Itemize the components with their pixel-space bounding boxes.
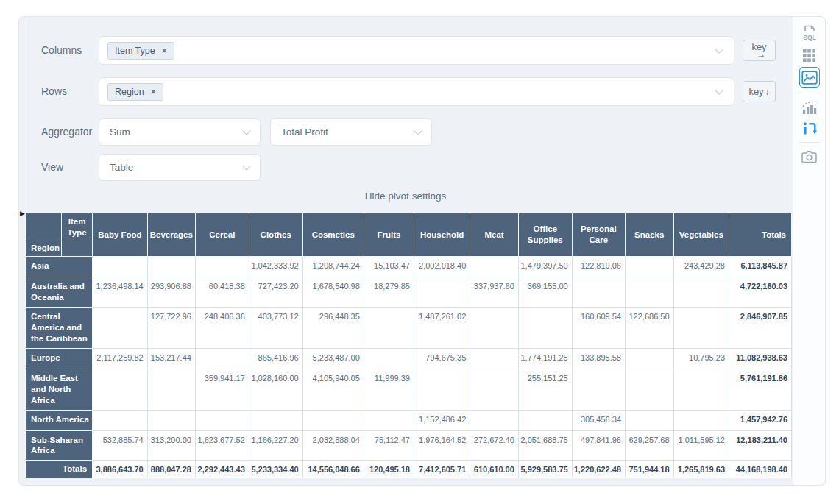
pivot-col-total-cell: 5,233,334.40 [249, 461, 302, 478]
pivot-settings-panel: ▶ Columns Item Type × key → Rows Region … [18, 16, 826, 486]
pivot-value-cell: 4,105,940.05 [302, 369, 364, 410]
remove-tag-icon[interactable]: × [162, 46, 167, 56]
pivot-col-total-cell: 1,220,622.48 [572, 461, 625, 478]
pivot-col-total-cell: 2,292,443.43 [195, 461, 249, 478]
pivot-value-cell [518, 307, 572, 348]
pivot-value-cell: 727,423.20 [249, 277, 302, 308]
pivot-corner-cell [26, 213, 62, 241]
pivot-totals-row-label: Totals [26, 461, 93, 478]
pivot-value-cell: 255,151.25 [518, 369, 572, 410]
pivot-value-cell: 794,675.35 [414, 348, 470, 369]
sql-icon-label: SQL [803, 34, 815, 41]
panel-splitter-gutter[interactable]: ▶ [19, 17, 24, 485]
toolbar-divider [799, 93, 821, 93]
pivot-totals-col-header: Totals [729, 213, 792, 257]
pivot-value-cell: 1,678,540.98 [302, 277, 364, 308]
hide-pivot-settings-link[interactable]: Hide pivot settings [19, 191, 792, 202]
pivot-value-cell: 122,686.50 [625, 307, 673, 348]
pivot-col-header: Snacks [625, 213, 673, 257]
pivot-value-cell: 305,456.34 [572, 410, 625, 430]
pivot-col-total-cell: 5,929,583.75 [518, 461, 572, 478]
rows-sort-key-button[interactable]: key ↓ [743, 81, 776, 102]
pivot-value-cell: 122,819.06 [572, 257, 625, 277]
pivot-value-cell: 11,999.39 [364, 369, 414, 410]
pivot-value-cell: 160,609.54 [572, 307, 625, 348]
chevron-down-icon [242, 127, 250, 135]
row-axis-label: Region [26, 241, 62, 257]
pivot-value-cell [195, 410, 249, 430]
pivot-value-cell: 1,011,595.12 [673, 430, 729, 461]
pivot-value-cell: 2,032,888.04 [302, 430, 364, 461]
pivot-value-cell: 1,236,498.14 [93, 277, 148, 308]
pivot-row: Asia1,042,333.921,208,744.2415,103.472,0… [26, 257, 792, 277]
pivot-row: Sub-Saharan Africa532,885.74313,200.001,… [26, 430, 792, 461]
chevron-down-icon [715, 86, 723, 94]
view-select[interactable]: Table [99, 154, 261, 181]
pivot-value-cell: 1,166,227.20 [249, 430, 302, 461]
columns-label: Columns [41, 44, 82, 56]
pivot-value-cell [625, 257, 673, 277]
columns-tag-item-type[interactable]: Item Type × [107, 42, 174, 60]
pivot-row-label: Asia [26, 257, 93, 277]
pivot-totals-row: Totals3,886,643.70888,047.282,292,443.43… [26, 461, 792, 478]
columns-field[interactable]: Item Type × [99, 36, 734, 65]
pivot-value-cell [364, 348, 414, 369]
pivot-row: North America1,152,486.42305,456.341,457… [26, 410, 792, 430]
pivot-row: Australia and Oceania1,236,498.14293,906… [26, 277, 792, 308]
pivot-icon[interactable] [799, 119, 820, 137]
tag-label: Item Type [115, 46, 155, 56]
pivot-row-total-cell: 1,457,942.76 [729, 410, 792, 430]
pivot-value-cell [147, 369, 195, 410]
pivot-row: Middle East and North Africa359,941.171,… [26, 369, 792, 410]
pivot-value-cell [673, 369, 729, 410]
pivot-value-cell: 2,051,688.75 [518, 430, 572, 461]
pivot-value-cell: 1,208,744.24 [302, 257, 364, 277]
columns-sort-key-button[interactable]: key → [743, 40, 776, 61]
aggregator-field-selected-value: Total Profit [281, 127, 328, 138]
remove-tag-icon[interactable]: × [151, 87, 156, 97]
pivot-row-label: North America [26, 410, 93, 430]
arrow-right-icon: → [757, 51, 766, 59]
pivot-value-cell: 248,406.36 [195, 307, 249, 348]
rows-field[interactable]: Region × [99, 77, 734, 106]
pivot-col-header: Personal Care [572, 213, 625, 257]
pivot-row-label: Middle East and North Africa [26, 369, 93, 410]
pivot-value-cell: 359,941.17 [195, 369, 249, 410]
aggregator-field-select[interactable]: Total Profit [270, 118, 432, 146]
pivot-col-total-cell: 610,610.00 [470, 461, 519, 478]
pivot-col-header: Office Supplies [518, 213, 572, 257]
view-selected-value: Table [110, 162, 133, 173]
pivot-col-total-cell: 120,495.18 [364, 461, 414, 478]
col-axis-label: Item Type [61, 213, 92, 241]
expand-panel-arrow-icon[interactable]: ▶ [20, 210, 25, 217]
toolbar-divider [799, 142, 821, 143]
aggregator-select[interactable]: Sum [99, 118, 261, 146]
rows-tag-region[interactable]: Region × [107, 83, 163, 101]
pivot-value-cell: 1,479,397.50 [518, 257, 572, 277]
pivot-value-cell [673, 307, 729, 348]
pivot-row-label: Australia and Oceania [26, 277, 93, 308]
chart-image-icon[interactable] [799, 67, 820, 88]
sql-editor-icon[interactable]: SQL [799, 23, 820, 43]
data-table-icon[interactable] [799, 46, 820, 64]
pivot-value-cell: 1,487,261.02 [414, 307, 470, 348]
pivot-col-header: Baby Food [93, 213, 148, 257]
pivot-table: Item TypeBaby FoodBeveragesCerealClothes… [25, 213, 792, 478]
pivot-row-total-cell: 12,183,211.40 [729, 430, 792, 461]
bar-chart-icon[interactable] [799, 99, 820, 116]
pivot-col-header: Cosmetics [302, 213, 364, 257]
pivot-row-label: Europe [26, 348, 93, 369]
pivot-row-total-cell: 2,846,907.85 [729, 307, 792, 348]
pivot-value-cell [364, 410, 414, 430]
pivot-value-cell: 243,429.28 [673, 257, 729, 277]
pivot-value-cell: 272,672.40 [470, 430, 519, 461]
screenshot-camera-icon[interactable] [799, 148, 820, 166]
key-label: key [748, 86, 763, 97]
pivot-value-cell [673, 277, 729, 308]
pivot-row-total-cell: 11,082,938.63 [729, 348, 792, 369]
pivot-value-cell [364, 307, 414, 348]
pivot-row-total-cell: 6,113,845.87 [729, 257, 792, 277]
pivot-value-cell: 337,937.60 [470, 277, 519, 308]
pivot-value-cell [93, 410, 148, 430]
pivot-value-cell: 369,155.00 [518, 277, 572, 308]
